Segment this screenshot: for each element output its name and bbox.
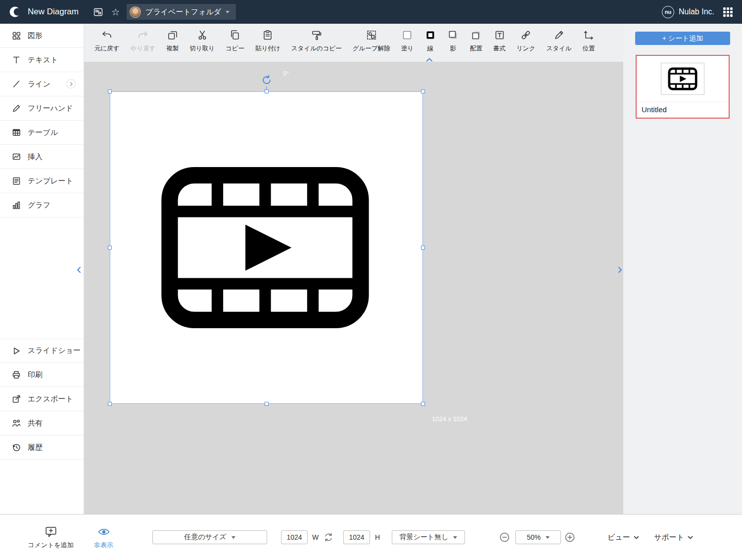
canvas[interactable]: 0° 1024 x 1024 [84,62,623,514]
rotation-degree-label: 0° [283,70,289,77]
ungroup-button[interactable]: グループ解除 [353,29,390,53]
copy-icon [229,29,241,41]
selection-handle[interactable] [421,89,425,93]
redo-button[interactable]: やり直す [131,29,156,53]
toolbar-label: 塗り [401,44,414,53]
shadow-icon [447,29,459,41]
canvas-size-preset-select[interactable]: 任意のサイズ [152,530,267,544]
history-clock-icon [11,442,21,452]
folder-selector[interactable]: プライベートフォルダ [127,4,236,20]
text-format-icon [494,29,506,41]
style-button[interactable]: スタイル [546,29,571,53]
cacoo-editor: New Diagram ☆ プライベートフォルダ nu Nulab Inc. 図… [0,0,742,560]
eye-icon [97,525,111,538]
cut-button[interactable]: 切り取り [189,29,215,53]
sidebar-item-print[interactable]: 印刷 [0,363,84,387]
collapse-toolbar-icon[interactable] [425,56,433,64]
sheet-item-selected[interactable]: Untitled [636,55,730,119]
duplicate-button[interactable]: 複製 [166,29,179,53]
sidebar-item-text[interactable]: テキスト [0,48,84,72]
zoom-level-value: 50% [527,533,541,541]
stylus-icon [553,29,565,41]
sidebar-label: エクスポート [28,394,73,404]
diagram-info-icon[interactable] [93,6,104,18]
organization-menu[interactable]: nu Nulab Inc. [662,6,714,18]
undo-button[interactable]: 元に戻す [94,29,120,53]
selection-handle[interactable] [421,402,425,406]
sidebar-item-slideshow[interactable]: スライドショー [0,339,84,363]
toolbar-label: スタイル [546,44,571,53]
apps-grid-icon[interactable] [722,6,733,17]
paste-button[interactable]: 貼り付け [255,29,280,53]
toolbar-label: コピー [226,44,244,53]
zoom-level-select[interactable]: 50% [515,530,561,544]
diagram-title[interactable]: New Diagram [28,7,79,17]
support-menu[interactable]: サポート [654,533,693,542]
selection-handle[interactable] [265,402,269,406]
sidebar-label: フリーハンド [28,104,73,113]
add-comment-button[interactable]: コメントを追加 [27,525,74,550]
comment-plus-icon [45,525,57,538]
swap-dimensions-icon[interactable] [323,531,334,543]
sidebar-item-line[interactable]: ライン [0,72,84,96]
sidebar-item-share[interactable]: 共有 [0,411,84,435]
cacoo-logo-icon[interactable] [8,5,22,19]
background-sheet-value: 背景シート無し [400,533,449,542]
bottom-bar: コメントを追加 非表示 任意のサイズ W H 背景シート無し 50% [0,514,742,560]
position-button[interactable]: 位置 [583,29,595,53]
toolbar-label: 書式 [493,44,506,53]
rotate-handle-icon[interactable] [261,74,273,86]
sidebar-item-shapes[interactable]: 図形 [0,24,84,48]
toolbar-label: 影 [450,44,457,53]
zoom-out-button[interactable] [499,531,510,543]
submenu-chevron-icon[interactable] [66,79,76,88]
selected-shape[interactable]: 0° 1024 x 1024 [110,91,423,404]
stroke-swatch-icon [424,29,436,41]
sidebar-item-table[interactable]: テーブル [0,121,84,145]
sidebar-label: ライン [28,80,50,89]
sidebar-label: グラフ [28,201,50,210]
add-sheet-button[interactable]: + シート追加 [635,32,730,45]
selection-handle[interactable] [108,89,112,93]
selection-handle[interactable] [108,402,112,406]
sidebar-item-graph[interactable]: グラフ [0,193,84,217]
sidebar-item-history[interactable]: 履歴 [0,435,84,460]
sidebar-item-insert[interactable]: 挿入 [0,145,84,169]
view-menu[interactable]: ビュー [607,533,639,542]
nulab-logo-icon: nu [662,6,674,18]
chevron-down-icon [546,536,550,539]
pencil-icon [11,103,21,113]
toolbar-label: リンク [516,44,535,53]
sidebar-item-freehand[interactable]: フリーハンド [0,96,84,121]
format-button[interactable]: 書式 [493,29,506,53]
selection-handle[interactable] [265,89,269,93]
zoom-in-button[interactable] [564,531,576,543]
toolbar-label: 配置 [470,44,482,53]
add-comment-label: コメントを追加 [28,541,74,550]
clipboard-icon [262,29,274,41]
arrange-button[interactable]: 配置 [470,29,482,53]
shadow-button[interactable]: 影 [447,29,459,53]
copy-button[interactable]: コピー [226,29,244,53]
collapse-left-panel-icon[interactable] [76,266,84,274]
sidebar-item-export[interactable]: エクスポート [0,387,84,411]
favorite-star-icon[interactable]: ☆ [111,7,120,17]
selection-handle[interactable] [108,246,112,250]
sidebar-label: スライドショー [28,346,81,355]
stroke-button[interactable]: 線 [424,29,436,53]
canvas-width-input[interactable] [281,530,308,544]
top-bar: New Diagram ☆ プライベートフォルダ nu Nulab Inc. [0,0,742,24]
background-sheet-select[interactable]: 背景シート無し [392,530,465,544]
selection-handle[interactable] [421,246,425,250]
link-button[interactable]: リンク [516,29,535,53]
copy-style-button[interactable]: スタイルのコピー [291,29,342,53]
duplicate-icon [167,29,179,41]
sidebar-item-template[interactable]: テンプレート [0,169,84,193]
fill-button[interactable]: 塗り [401,29,414,53]
user-avatar [130,6,141,18]
sidebar-label: 挿入 [28,152,43,162]
canvas-height-input[interactable] [343,530,370,544]
sheet-name[interactable]: Untitled [637,102,729,118]
toolbar-label: 位置 [583,44,595,53]
hide-panels-button[interactable]: 非表示 [85,525,122,550]
